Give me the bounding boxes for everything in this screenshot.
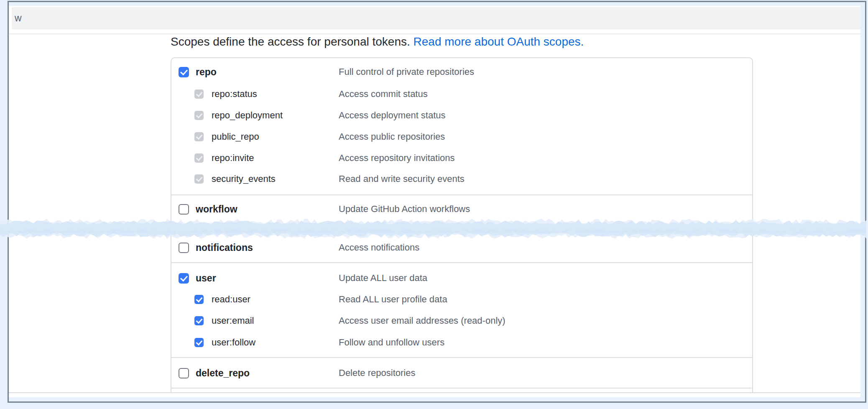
scope-label: repo_deployment — [212, 110, 283, 121]
workflow-checkbox[interactable] — [179, 204, 189, 215]
scope-row-public_repo: public_repoAccess public repositories — [171, 126, 752, 148]
scope-description: Delete repositories — [339, 368, 415, 378]
scope-description: Update GitHub Action workflows — [339, 204, 470, 215]
scope-row-security_events: security_eventsRead and write security e… — [171, 168, 752, 190]
checkmark-icon — [196, 175, 202, 182]
scope-label: read:user — [212, 294, 250, 305]
scope-label: user:email — [212, 315, 254, 326]
scope-label: user — [196, 273, 216, 284]
screenshot-root: { "note_field": { "value": "w" }, "intro… — [0, 0, 868, 409]
scope-label: user:follow — [212, 337, 255, 348]
scope-label: repo:invite — [212, 153, 254, 164]
oauth-scopes-link[interactable]: Read more about OAuth scopes. — [414, 35, 584, 48]
scope-label: delete_repo — [196, 368, 250, 379]
scope-row-delete_repo: delete_repoDelete repositories — [171, 362, 752, 384]
checkmark-icon — [196, 339, 202, 345]
repo_deployment-checkbox[interactable] — [194, 111, 204, 120]
scope-label: workflow — [196, 204, 237, 215]
repo:invite-checkbox[interactable] — [194, 153, 204, 163]
scope-description: Full control of private repositories — [339, 66, 474, 77]
scope-description: Follow and unfollow users — [339, 337, 444, 348]
scope-row-user: userUpdate ALL user data — [171, 267, 752, 289]
note-input-value: w — [15, 13, 22, 24]
scope-row-workflow: workflowUpdate GitHub Action workflows — [171, 198, 752, 220]
scope-description: Update ALL user data — [339, 273, 427, 284]
note-input[interactable]: w — [12, 7, 860, 29]
scope-row-user:follow: user:followFollow and unfollow users — [171, 332, 752, 353]
read:user-checkbox[interactable] — [194, 295, 204, 304]
scope-group-divider — [171, 357, 752, 358]
scope-description: Access commit status — [339, 89, 428, 100]
page-bottom-divider — [9, 392, 860, 393]
scope-description: Access public repositories — [339, 131, 445, 142]
repo:status-checkbox[interactable] — [194, 89, 204, 99]
checkmark-icon — [180, 274, 187, 281]
delete_repo-checkbox[interactable] — [179, 368, 189, 378]
scope-row-notifications: notificationsAccess notifications — [171, 237, 752, 258]
scope-group-divider — [171, 194, 752, 195]
scope-description: Read and write security events — [339, 174, 465, 184]
checkmark-icon — [180, 67, 187, 75]
scope-label: repo:status — [212, 89, 257, 100]
scope-description: Access notifications — [339, 242, 419, 253]
scopes-intro-text: Scopes define the access for personal to… — [171, 35, 584, 49]
checkmark-icon — [196, 317, 202, 324]
page-content: w Scopes define the access for personal … — [9, 6, 860, 397]
scope-row-repo:invite: repo:inviteAccess repository invitations — [171, 147, 752, 169]
checkmark-icon — [196, 154, 202, 161]
repo-checkbox[interactable] — [179, 67, 189, 77]
security_events-checkbox[interactable] — [194, 174, 204, 184]
checkmark-icon — [196, 90, 202, 97]
header-divider — [9, 33, 860, 34]
checkmark-icon — [196, 111, 202, 118]
user:email-checkbox[interactable] — [194, 316, 204, 325]
intro-static-text: Scopes define the access for personal to… — [171, 35, 414, 48]
scope-label: security_events — [212, 174, 276, 184]
user:follow-checkbox[interactable] — [194, 338, 204, 347]
scope-row-repo:status: repo:statusAccess commit status — [171, 83, 752, 105]
scope-row-repo: repoFull control of private repositories — [171, 61, 752, 83]
checkmark-icon — [196, 296, 202, 302]
scope-group-divider — [171, 388, 752, 389]
scope-description: Access user email addresses (read-only) — [339, 315, 505, 326]
scope-label: public_repo — [212, 131, 259, 142]
scope-group-divider — [171, 262, 752, 263]
scope-row-repo_deployment: repo_deploymentAccess deployment status — [171, 105, 752, 126]
scope-label: notifications — [196, 242, 253, 253]
scope-label: repo — [196, 66, 217, 78]
checkmark-icon — [196, 133, 202, 139]
scope-description: Access deployment status — [339, 110, 446, 121]
scope-description: Read ALL user profile data — [339, 294, 447, 305]
public_repo-checkbox[interactable] — [194, 132, 204, 141]
notifications-checkbox[interactable] — [179, 243, 189, 253]
scope-description: Access repository invitations — [339, 153, 455, 164]
scope-row-read:user: read:userRead ALL user profile data — [171, 289, 752, 310]
scope-row-user:email: user:emailAccess user email addresses (r… — [171, 310, 752, 332]
user-checkbox[interactable] — [179, 273, 189, 284]
scopes-box: repoFull control of private repositories… — [171, 57, 753, 393]
